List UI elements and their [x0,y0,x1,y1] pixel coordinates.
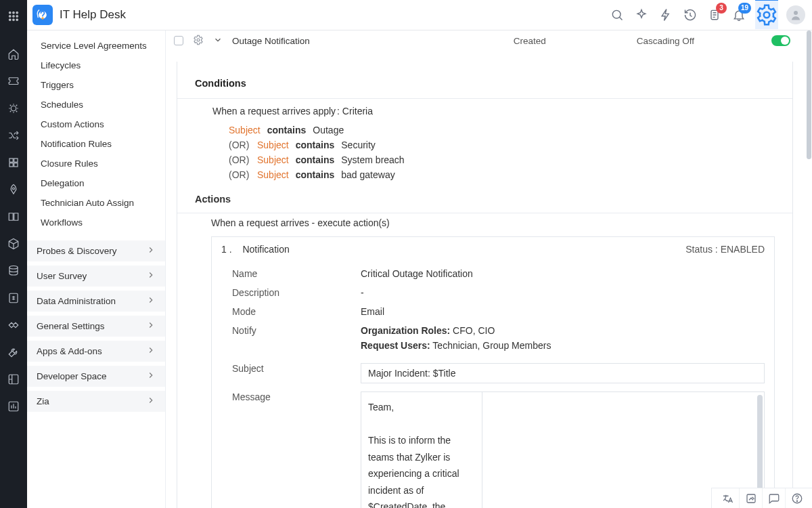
sidebar-group[interactable]: General Settings [27,316,165,337]
conditions-intro: When a request arrives apply: Criteria [212,106,775,117]
sidebar: Service Level AgreementsLifecyclesTrigge… [27,30,166,508]
actions-title: Actions [195,194,775,205]
wrench-icon[interactable] [0,341,27,363]
sidebar-group[interactable]: Developer Space [27,366,165,387]
prop-message-label: Message [232,391,361,508]
collapse-icon[interactable] [213,35,223,47]
svg-point-5 [16,16,18,17]
sidebar-item[interactable]: Technician Auto Assign [27,193,165,213]
sidebar-item[interactable]: Triggers [27,75,165,95]
sidebar-item[interactable]: Delegation [27,173,165,193]
svg-point-1 [13,12,14,14]
ticket-icon[interactable] [0,70,27,92]
rule-created-label: Created [514,36,546,46]
home-icon[interactable] [0,43,27,65]
condition-row: (OR)SubjectcontainsSecurity [229,140,775,150]
note-icon[interactable] [739,488,762,509]
action-index: 1 . [221,244,232,255]
rule-enable-toggle[interactable] [771,35,790,46]
book-icon[interactable] [0,206,27,228]
svg-rect-12 [9,163,13,167]
notify-request-users: Request Users: Technician, Group Members [361,340,765,351]
brand-icon [32,5,53,25]
sidebar-group[interactable]: Zia [27,391,165,412]
condition-row: SubjectcontainsOutage [229,125,775,135]
svg-rect-10 [9,158,13,162]
handshake-icon[interactable] [0,314,27,336]
search-icon[interactable] [609,7,625,23]
conditions-title: Conditions [195,78,775,89]
sparkle-icon[interactable] [633,7,650,23]
svg-point-24 [794,11,798,15]
sidebar-group-label: General Settings [37,321,105,331]
sidebar-item[interactable]: Notification Rules [27,134,165,154]
prop-desc-value: - [361,287,765,298]
prop-mode-label: Mode [232,306,361,317]
sidebar-item[interactable]: Closure Rules [27,154,165,173]
bug-icon[interactable] [0,98,27,119]
sidebar-group-label: Apps & Add-ons [37,346,102,356]
sidebar-item[interactable]: Lifecycles [27,56,165,75]
left-rail [0,0,27,508]
clipboard-icon[interactable]: 3 [706,7,723,23]
sidebar-group[interactable]: User Survey [27,266,165,287]
prop-desc-label: Description [232,287,361,298]
chevron-right-icon [146,320,156,332]
rule-cascade: Cascading Off [637,36,694,46]
avatar[interactable] [786,5,805,24]
svg-point-4 [13,16,14,17]
condition-row: (OR)SubjectcontainsSystem breach [229,154,775,165]
shuffle-icon[interactable] [0,125,27,146]
sidebar-item[interactable]: Service Level Agreements [27,36,165,56]
chevron-right-icon [146,396,156,407]
rule-name[interactable]: Outage Notification [232,36,310,46]
sidebar-group-label: Data Administration [37,296,116,306]
svg-point-0 [9,12,11,14]
cube-icon[interactable] [0,233,27,255]
sidebar-group-label: User Survey [37,271,87,281]
bell-icon[interactable]: 19 [731,7,747,23]
help-icon[interactable] [785,488,808,509]
sidebar-group[interactable]: Apps & Add-ons [27,341,165,362]
chevron-right-icon [146,295,156,307]
main-content: Outage Notification Created Cascading Of… [166,30,804,508]
history-icon[interactable] [682,7,698,23]
main-scrollbar[interactable] [804,30,812,508]
svg-point-28 [796,501,797,501]
apps-grid-icon[interactable] [0,5,27,27]
prop-subject-label: Subject [232,363,361,374]
prop-subject-value[interactable]: Major Incident: $Title [361,363,765,383]
sidebar-item[interactable]: Custom Actions [27,114,165,134]
billing-icon[interactable] [0,287,27,309]
lang-icon[interactable] [716,488,739,509]
svg-point-20 [41,17,43,19]
svg-point-9 [11,106,16,111]
svg-point-7 [13,19,14,20]
prop-mode-value: Email [361,306,765,317]
bell-badge: 19 [738,3,751,14]
layout-icon[interactable] [0,368,27,390]
database-icon[interactable] [0,260,27,282]
sidebar-group[interactable]: Probes & Discovery [27,240,165,261]
sidebar-item[interactable]: Schedules [27,95,165,114]
sidebar-item[interactable]: Workflows [27,213,165,232]
sidebar-group[interactable]: Data Administration [27,291,165,312]
settings-icon[interactable] [755,0,778,29]
prop-name-value: Critical Outage Notification [361,268,765,279]
chart-icon[interactable] [0,396,27,417]
chevron-right-icon [146,345,156,357]
svg-point-25 [197,39,200,41]
rule-summary-row: Outage Notification Created Cascading Of… [166,30,804,51]
rule-detail-panel: Conditions When a request arrives apply:… [177,62,793,508]
actions-subtitle: When a request arrives - execute action(… [211,217,775,228]
prop-message-value[interactable]: Team, This is to inform the teams that Z… [361,391,482,508]
rocket-icon[interactable] [0,179,27,200]
bolt-icon[interactable] [658,7,674,23]
svg-point-8 [16,19,18,20]
rule-gear-icon[interactable] [193,35,204,47]
topbar: IT Help Desk 3 19 [27,0,812,30]
rule-checkbox[interactable] [174,36,183,45]
svg-rect-13 [14,163,18,167]
puzzle-icon[interactable] [0,152,27,173]
chat-icon[interactable] [762,488,785,509]
